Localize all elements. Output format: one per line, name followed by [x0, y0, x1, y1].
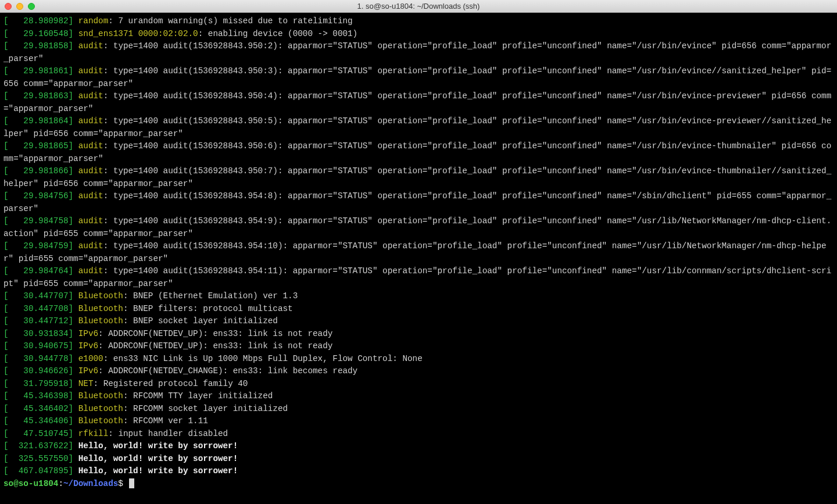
bracket-open: [ [3, 329, 9, 338]
bracket-open: [ [3, 116, 9, 126]
bracket-open: [ [3, 391, 9, 401]
timestamp: 30.447712 [9, 316, 69, 326]
bracket-open: [ [3, 16, 9, 26]
subsystem: audit [78, 66, 103, 76]
prompt-separator: : [58, 479, 63, 488]
bracket-close: ] [69, 191, 78, 201]
log-line: [ 325.557550] Hello, world! write by sor… [3, 453, 834, 466]
log-line: [ 30.931834] IPv6: ADDRCONF(NETDEV_UP): … [3, 328, 834, 341]
timestamp: 29.160548 [9, 29, 69, 38]
subsystem: audit [78, 141, 103, 151]
minimize-icon[interactable] [16, 3, 23, 10]
log-line: [ 29.984756] audit: type=1400 audit(1536… [3, 190, 834, 215]
log-line: [ 29.160548] snd_ens1371 0000:02:02.0: e… [3, 28, 834, 41]
log-line: [ 29.984758] audit: type=1400 audit(1536… [3, 215, 834, 240]
bracket-close: ] [69, 166, 78, 176]
timestamp: 29.984756 [9, 191, 69, 201]
timestamp: 30.946626 [9, 366, 69, 376]
bracket-close: ] [69, 341, 78, 351]
bracket-open: [ [3, 191, 9, 201]
timestamp: 29.981858 [9, 41, 69, 51]
log-message: : type=1400 audit(1536928843.954:10): ap… [3, 241, 827, 263]
timestamp: 325.557550 [9, 454, 69, 463]
timestamp: 29.984764 [9, 266, 69, 276]
log-message: : type=1400 audit(1536928843.954:11): ap… [3, 266, 831, 288]
subsystem: IPv6 [78, 329, 98, 338]
bracket-close: ] [69, 66, 78, 76]
bracket-close: ] [69, 354, 78, 363]
bracket-close: ] [69, 304, 78, 313]
subsystem: audit [78, 166, 103, 176]
bracket-open: [ [3, 416, 9, 426]
timestamp: 30.447708 [9, 304, 69, 313]
log-line: [ 29.981858] audit: type=1400 audit(1536… [3, 40, 834, 65]
log-message: : type=1400 audit(1536928843.950:3): app… [3, 66, 831, 88]
subsystem: IPv6 [78, 341, 98, 351]
bracket-open: [ [3, 429, 9, 438]
bracket-open: [ [3, 91, 9, 101]
bracket-close: ] [69, 41, 78, 51]
bracket-open: [ [3, 341, 9, 351]
bracket-close: ] [69, 141, 78, 151]
bracket-open: [ [3, 466, 9, 476]
log-line: [ 29.981864] audit: type=1400 audit(1536… [3, 115, 834, 140]
subsystem: NET [78, 379, 94, 388]
bracket-open: [ [3, 241, 9, 251]
subsystem: audit [78, 241, 103, 251]
log-message: : RFCOMM TTY layer initialized [123, 391, 273, 401]
timestamp: 29.981865 [9, 141, 69, 151]
maximize-icon[interactable] [28, 3, 35, 10]
subsystem: Bluetooth [78, 316, 123, 326]
bracket-open: [ [3, 29, 9, 38]
bracket-open: [ [3, 379, 9, 388]
bracket-open: [ [3, 454, 9, 463]
close-icon[interactable] [5, 3, 12, 10]
bracket-close: ] [69, 416, 78, 426]
bracket-close: ] [69, 91, 78, 101]
log-message: : 7 urandom warning(s) missed due to rat… [108, 16, 352, 26]
log-line: [ 29.984764] audit: type=1400 audit(1536… [3, 265, 834, 290]
log-message: : input handler disabled [108, 429, 228, 438]
timestamp: 467.047895 [9, 466, 69, 476]
log-line: [ 45.346402] Bluetooth: RFCOMM socket la… [3, 403, 834, 416]
timestamp: 28.980982 [9, 16, 69, 26]
log-message: : Registered protocol family 40 [93, 379, 248, 388]
subsystem: Bluetooth [78, 304, 123, 313]
bracket-close: ] [69, 329, 78, 338]
bracket-open: [ [3, 354, 9, 363]
timestamp: 29.984758 [9, 216, 69, 226]
bracket-close: ] [69, 216, 78, 226]
log-message: : type=1400 audit(1536928843.954:8): app… [3, 191, 831, 213]
timestamp: 29.984759 [9, 241, 69, 251]
terminal-output[interactable]: [ 28.980982] random: 7 urandom warning(s… [0, 13, 837, 492]
log-line: [ 45.346406] Bluetooth: RFCOMM ver 1.11 [3, 415, 834, 428]
log-line: [ 29.981865] audit: type=1400 audit(1536… [3, 140, 834, 165]
timestamp: 47.510745 [9, 429, 69, 438]
timestamp: 29.981866 [9, 166, 69, 176]
log-message: : ADDRCONF(NETDEV_UP): ens33: link is no… [98, 329, 332, 338]
timestamp: 29.981863 [9, 91, 69, 101]
bracket-close: ] [69, 266, 78, 276]
cursor-icon[interactable] [129, 478, 134, 488]
bracket-open: [ [3, 291, 9, 301]
bracket-open: [ [3, 41, 9, 51]
timestamp: 29.981864 [9, 116, 69, 126]
prompt-line[interactable]: so@so-u1804:~/Downloads$ [3, 478, 834, 491]
prompt-suffix: $ [118, 479, 128, 488]
traffic-lights [5, 3, 35, 10]
bracket-close: ] [69, 241, 78, 251]
bracket-close: ] [69, 316, 78, 326]
log-message: : BNEP (Ethernet Emulation) ver 1.3 [123, 291, 298, 301]
timestamp: 45.346402 [9, 404, 69, 413]
log-message: : BNEP filters: protocol multicast [123, 304, 293, 313]
bracket-open: [ [3, 366, 9, 376]
bracket-open: [ [3, 141, 9, 151]
log-line: [ 30.447712] Bluetooth: BNEP socket laye… [3, 315, 834, 328]
log-line: [ 29.981866] audit: type=1400 audit(1536… [3, 165, 834, 190]
log-line: [ 467.047895] Hello, world! write by sor… [3, 465, 834, 478]
bracket-close: ] [69, 429, 78, 438]
bracket-open: [ [3, 316, 9, 326]
prompt-user-host: so@so-u1804 [3, 479, 58, 488]
log-line: [ 321.637622] Hello, world! write by sor… [3, 440, 834, 453]
bracket-open: [ [3, 441, 9, 451]
